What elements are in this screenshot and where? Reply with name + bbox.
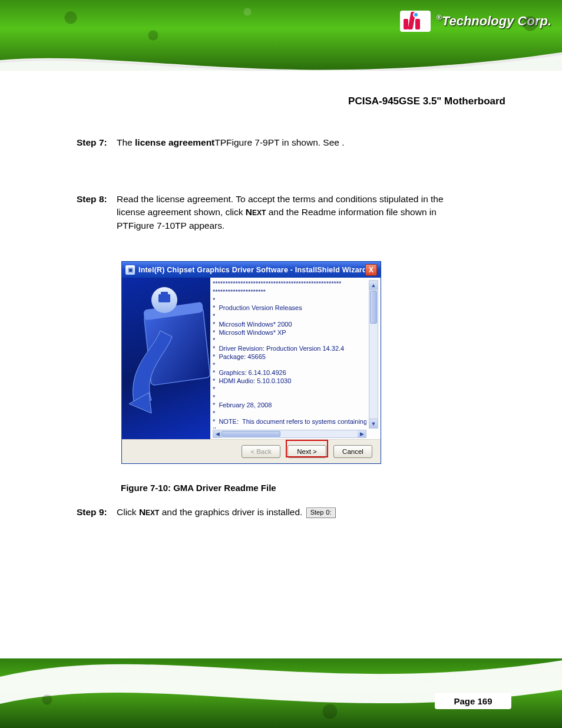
step-7-text: The license agreementTPFigure 7-9PT in s…	[117, 136, 345, 149]
brand-logo-zone: ®Technology Corp.	[400, 11, 551, 32]
brand-logo-mark	[400, 11, 431, 32]
readme-line: * Microsoft Windows* XP	[213, 329, 366, 337]
vertical-scrollbar[interactable]: ▲ ▼	[369, 280, 378, 429]
wizard-title: Intel(R) Chipset Graphics Driver Softwar…	[138, 266, 365, 274]
step-9: Step 9: Click NEXT and the graphics driv…	[77, 506, 501, 519]
next-button[interactable]: Next >	[287, 445, 326, 458]
readme-text: ****************************************…	[213, 280, 366, 429]
brand-name: ®Technology Corp.	[437, 14, 551, 29]
readme-line: * Graphics: 6.14.10.4926	[213, 369, 366, 377]
wizard-side-graphic	[122, 278, 210, 439]
close-button[interactable]: X	[365, 264, 377, 276]
back-button: < Back	[242, 445, 280, 458]
header-band: ®Technology Corp.	[0, 0, 562, 71]
step-7-label: Step 7:	[77, 136, 111, 149]
readme-line: *	[213, 394, 366, 402]
v-scroll-thumb[interactable]	[370, 291, 377, 324]
readme-line: *	[213, 337, 366, 345]
document-title: PCISA-945GSE 3.5" Motherboard	[348, 95, 505, 107]
step-9-label: Step 9:	[77, 506, 111, 519]
wizard-titlebar: ▣ Intel(R) Chipset Graphics Driver Softw…	[122, 262, 381, 278]
figure-caption: Figure 7-10: GMA Driver Readme File	[121, 483, 276, 493]
key-icon: Step0:	[306, 508, 336, 518]
readme-line: *	[213, 386, 366, 394]
wizard-readme-pane: ****************************************…	[210, 278, 381, 439]
svg-rect-5	[161, 292, 168, 295]
scroll-left-icon[interactable]: ◀	[213, 430, 222, 437]
footer-band: Page 169	[0, 658, 562, 728]
scroll-down-icon[interactable]: ▼	[369, 419, 378, 428]
readme-line: ****************************************…	[213, 280, 366, 288]
h-scroll-thumb[interactable]	[222, 431, 280, 437]
step-9-text: Click NEXT and the graphics driver is in…	[117, 506, 337, 519]
step-8-text: Read the license agreement. To accept th…	[117, 193, 444, 232]
wizard-window: ▣ Intel(R) Chipset Graphics Driver Softw…	[121, 261, 381, 464]
wizard-body: ****************************************…	[122, 278, 381, 439]
step-7: Step 7: The license agreementTPFigure 7-…	[77, 136, 495, 149]
step-8: Step 8: Read the license agreement. To a…	[77, 193, 495, 232]
readme-line: * HDMI Audio: 5.10.0.1030	[213, 377, 366, 386]
header-swoosh	[0, 32, 562, 71]
svg-rect-4	[158, 294, 170, 302]
page-number: Page 169	[435, 693, 511, 709]
readme-line: *	[213, 361, 366, 370]
logo-dot-icon	[413, 12, 419, 18]
readme-line: * Production Version Releases	[213, 304, 366, 312]
readme-line: * February 28, 2008	[213, 401, 366, 410]
readme-line: * NOTE: This document refers to systems …	[213, 418, 366, 426]
readme-line: *	[213, 312, 366, 321]
readme-line: * Driver Revision: Production Version 14…	[213, 345, 366, 353]
step-8-label: Step 8:	[77, 193, 111, 232]
installer-wizard-screenshot: ▣ Intel(R) Chipset Graphics Driver Softw…	[121, 261, 381, 464]
scroll-right-icon[interactable]: ▶	[358, 430, 366, 437]
horizontal-scrollbar[interactable]: ◀ ▶	[213, 430, 366, 438]
readme-line: the	[213, 426, 366, 429]
wizard-app-icon: ▣	[125, 265, 135, 275]
wizard-footer: < Back Next > Cancel	[122, 439, 381, 463]
cancel-button[interactable]: Cancel	[333, 445, 372, 458]
readme-line: *	[213, 410, 366, 418]
footer-swoosh	[0, 658, 562, 704]
readme-line: *	[213, 297, 366, 305]
readme-line: *********************	[213, 288, 366, 297]
readme-line: * Package: 45665	[213, 353, 366, 361]
scroll-up-icon[interactable]: ▲	[369, 281, 378, 290]
readme-line: * Microsoft Windows* 2000	[213, 321, 366, 329]
